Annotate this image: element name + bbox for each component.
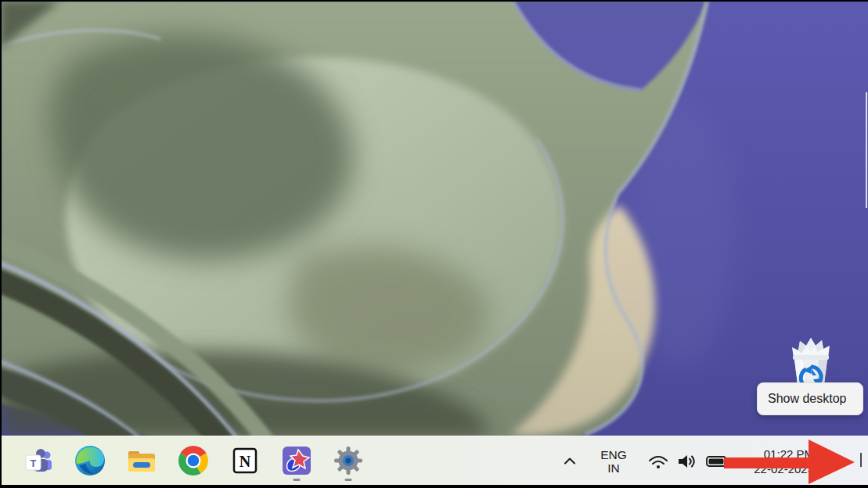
wifi-icon bbox=[648, 454, 668, 469]
a-logo-app-icon bbox=[281, 445, 312, 476]
chevron-up-icon bbox=[564, 457, 576, 465]
running-indicator bbox=[294, 479, 301, 482]
taskbar-teams-button[interactable]: T bbox=[13, 438, 64, 483]
file-explorer-icon bbox=[126, 445, 157, 476]
taskbar-app-icons: T bbox=[13, 436, 374, 485]
taskbar-file-explorer-button[interactable] bbox=[116, 438, 167, 483]
svg-text:N: N bbox=[240, 453, 251, 470]
frame-border-bottom bbox=[0, 485, 868, 488]
taskbar-chrome-button[interactable] bbox=[167, 438, 219, 483]
svg-text:T: T bbox=[31, 458, 37, 469]
taskbar-notion-button[interactable]: N bbox=[219, 438, 271, 483]
clock-date: 22-02-2023 bbox=[754, 461, 814, 476]
taskbar-a-logo-app-button[interactable] bbox=[271, 438, 322, 483]
language-line2: IN bbox=[607, 461, 620, 475]
clock-button[interactable]: 01:22 PM 22-02-2023 bbox=[732, 436, 814, 486]
frame-border-left bbox=[0, 0, 2, 488]
show-desktop-button[interactable] bbox=[860, 453, 862, 467]
language-indicator-button[interactable]: ENG IN bbox=[589, 436, 639, 486]
quick-settings-button[interactable] bbox=[642, 436, 736, 486]
chrome-icon bbox=[178, 445, 209, 476]
taskbar: T bbox=[0, 436, 868, 485]
windows-desktop-screen: Show desktop T bbox=[0, 0, 868, 488]
edge-icon bbox=[74, 445, 106, 476]
language-line1: ENG bbox=[600, 448, 627, 461]
volume-icon bbox=[677, 454, 697, 469]
wallpaper-image bbox=[0, 0, 868, 488]
show-desktop-tooltip: Show desktop bbox=[757, 382, 863, 415]
screen-edge-highlight bbox=[866, 92, 867, 208]
settings-gear-icon bbox=[333, 445, 364, 476]
running-indicator bbox=[345, 479, 352, 482]
show-desktop-tooltip-text: Show desktop bbox=[768, 392, 847, 406]
frame-border-top bbox=[0, 0, 868, 2]
battery-icon bbox=[706, 455, 729, 468]
tray-hidden-icons-button[interactable] bbox=[553, 436, 587, 486]
taskbar-settings-button[interactable] bbox=[322, 438, 374, 483]
notion-icon: N bbox=[229, 445, 261, 476]
clock-time: 01:22 PM bbox=[764, 447, 814, 461]
taskbar-edge-button[interactable] bbox=[64, 438, 116, 483]
teams-icon: T bbox=[23, 445, 54, 476]
